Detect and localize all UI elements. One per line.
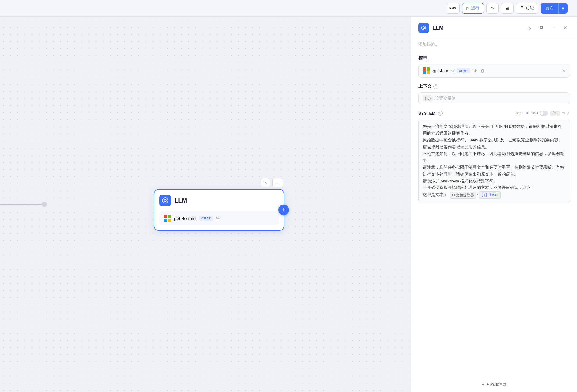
system-header: SYSTEM ? 280 ✦ Jinja {x} ⧉ ⤢ <box>418 110 570 116</box>
context-header: 上下文 ? <box>418 84 570 89</box>
run-label: 运行 <box>471 6 479 11</box>
chevron-down-icon: ∨ <box>562 6 565 11</box>
env-button[interactable]: ENV <box>446 3 460 14</box>
publish-button[interactable]: 发布 ∨ <box>541 3 568 14</box>
add-message-label: + 添加消息 <box>486 382 506 387</box>
run-button[interactable]: ▷ 运行 <box>462 3 484 14</box>
feature-label: 功能 <box>525 6 534 11</box>
node-model-name: gpt-4o-mini <box>174 216 196 221</box>
context-placeholder: 设置变量值 <box>435 96 456 101</box>
panel-more-button[interactable]: ··· <box>549 23 558 33</box>
system-expand-icon[interactable]: ⤢ <box>566 111 570 116</box>
magic-icon[interactable]: ✦ <box>525 110 529 116</box>
toolbar: ENV ▷ 运行 ⟳ ⊞ ⠿ 功能 发布 ∨ <box>0 0 577 17</box>
panel-title: LLM <box>433 25 521 31</box>
model-name-panel: gpt-4o-mini <box>433 68 454 73</box>
panel-header: LLM ▷ ⧉ ··· ✕ <box>411 17 577 38</box>
doc-icon: ⊡ <box>452 192 455 198</box>
node-more-icon: ··· <box>276 180 280 185</box>
model-selector[interactable]: gpt-4o-mini CHAT 👁 ⚙ ∨ <box>418 64 570 78</box>
system-var-icon[interactable]: {x} <box>550 111 560 116</box>
doc-extractor-ref[interactable]: ⊡ 文档提取器 <box>450 192 476 199</box>
node-plus-button[interactable]: + <box>278 205 289 215</box>
jinja-label: Jinja <box>531 111 539 115</box>
panel-description[interactable]: 添加描述... <box>411 38 577 51</box>
model-section-title: 模型 <box>418 55 570 61</box>
node-content: gpt-4o-mini CHAT 👁 <box>159 211 279 225</box>
node-eye-icon[interactable]: 👁 <box>216 216 220 221</box>
text-var-ref[interactable]: {x} text <box>479 191 501 198</box>
llm-node-card[interactable]: LLM gpt-4o-mini CHAT 👁 + <box>154 189 284 231</box>
node-chat-badge: CHAT <box>199 216 213 221</box>
model-eye-icon[interactable]: 👁 <box>473 68 477 73</box>
ms-logo <box>164 215 171 222</box>
text-var-label: {x} text <box>481 192 498 198</box>
left-connector <box>0 204 47 205</box>
system-copy-icon[interactable]: ⧉ <box>562 111 565 116</box>
panel-icon <box>418 23 429 33</box>
doc-extractor-label: 文档提取器 <box>456 192 474 198</box>
left-connector-dot <box>42 202 47 207</box>
system-label: SYSTEM <box>418 111 436 116</box>
model-ms-logo <box>423 67 430 74</box>
context-section-title: 上下文 <box>418 84 432 89</box>
expand-button[interactable]: ⊞ <box>501 3 514 14</box>
node-title: LLM <box>175 197 187 204</box>
canvas: ▷ ··· LLM <box>0 17 464 392</box>
svg-point-5 <box>423 27 425 29</box>
node-play-icon: ▷ <box>264 181 267 185</box>
system-prompt-box[interactable]: 您是一流的文本预处理器。以下是来自 PDF 的原始数据，请解析并以清晰可用的方式… <box>418 119 570 203</box>
context-var-icon: {x} <box>423 95 433 101</box>
context-help-icon[interactable]: ? <box>433 84 438 89</box>
node-more-button[interactable]: ··· <box>272 178 283 187</box>
panel-play-button[interactable]: ▷ <box>525 23 534 33</box>
jinja-toggle-track[interactable] <box>540 111 548 116</box>
model-chevron-icon: ∨ <box>563 69 565 73</box>
env-label: ENV <box>449 7 456 10</box>
publish-label: 发布 <box>545 6 554 11</box>
feature-icon: ⠿ <box>520 6 524 11</box>
feature-button[interactable]: ⠿ 功能 <box>516 3 538 14</box>
expand-icon: ⊞ <box>506 6 509 11</box>
system-prompt-text: 您是一流的文本预处理器。以下是来自 PDF 的原始数据，请解析并以清晰可用的方式… <box>423 124 564 197</box>
system-help-icon[interactable]: ? <box>438 111 443 116</box>
model-settings-icon[interactable]: ⚙ <box>480 68 484 74</box>
add-message-button[interactable]: + + 添加消息 <box>411 377 577 392</box>
node-icon <box>159 195 171 206</box>
llm-node-wrapper: ▷ ··· LLM <box>154 178 284 231</box>
history-icon: ⟳ <box>491 6 494 11</box>
history-button[interactable]: ⟳ <box>486 3 499 14</box>
right-panel: LLM ▷ ⧉ ··· ✕ 添加描述... 模型 gpt-4o-mini CHA… <box>411 17 577 392</box>
node-header: LLM <box>159 195 279 206</box>
svg-point-1 <box>164 199 166 201</box>
publish-arrow[interactable]: ∨ <box>558 3 568 14</box>
publish-main[interactable]: 发布 <box>541 3 558 14</box>
jinja-toggle-thumb <box>540 111 544 115</box>
add-message-plus-icon: + <box>482 382 484 387</box>
play-icon: ▷ <box>466 6 469 10</box>
jinja-toggle[interactable]: Jinja <box>531 111 548 116</box>
model-chat-badge: CHAT <box>457 68 470 73</box>
panel-body: 模型 gpt-4o-mini CHAT 👁 ⚙ ∨ 上下文 ? {x} 设置变量… <box>411 51 577 377</box>
context-input[interactable]: {x} 设置变量值 <box>418 92 570 104</box>
system-actions: {x} ⧉ ⤢ <box>550 111 570 116</box>
node-action-bar: ▷ ··· <box>154 178 284 187</box>
system-char-count: 280 <box>516 111 523 115</box>
node-play-button[interactable]: ▷ <box>261 178 270 187</box>
panel-actions: ▷ ⧉ ··· ✕ <box>525 23 570 33</box>
panel-close-button[interactable]: ✕ <box>560 23 570 33</box>
plus-icon: + <box>282 207 286 213</box>
panel-split-button[interactable]: ⧉ <box>537 23 546 33</box>
